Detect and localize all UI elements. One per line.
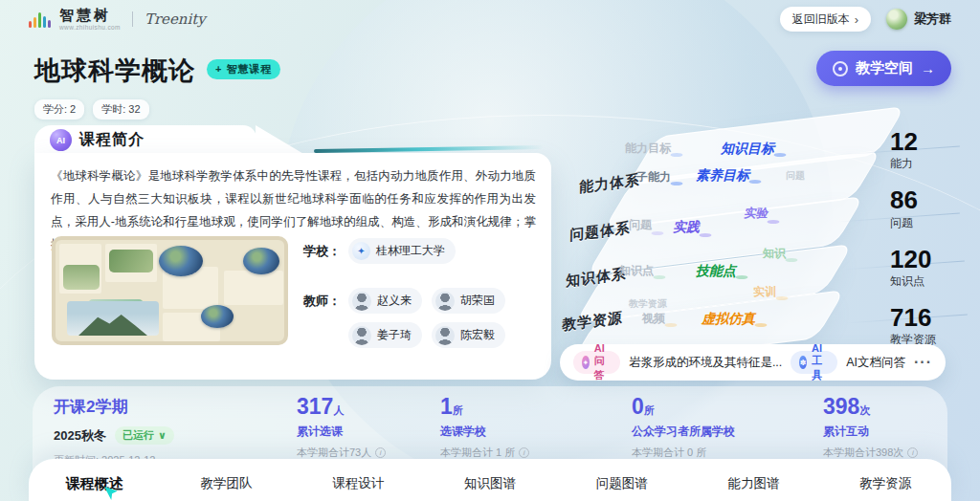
course-image [52,236,288,345]
brand-name: 智慧树 [59,8,121,22]
info-icon[interactable]: i [907,447,918,458]
node-knowledge-goal: 知识目标 [721,141,780,158]
school-chip[interactable]: ✦ 桂林理工大学 [348,238,456,264]
teaching-space-label: 教学空间 [856,59,913,77]
tab-problem-graph[interactable]: 问题图谱 [556,473,688,492]
tab-teaching-team[interactable]: 教学团队 [161,473,293,492]
info-icon[interactable]: i [519,447,529,458]
ai-qa-icon: ✦ [582,356,590,369]
school-logo-icon: ✦ [352,242,370,260]
teacher-name: 胡荣国 [460,293,495,309]
hours-pill: 学时: 32 [93,99,148,120]
mountain-photo [67,301,159,336]
counter-knowledge: 120 知识点 [890,247,936,290]
teaching-space-button[interactable]: 教学空间 → [816,51,951,86]
stat-schools: 1所 选课学校 本学期合计 1 所i [440,395,529,460]
ai-question-link[interactable]: 岩浆形成的环境及其特征是... [629,355,782,371]
user-avatar [886,9,907,30]
node-experiment: 实验 [744,206,773,222]
smart-course-badge: + 智慧课程 [207,59,280,79]
bottom-nav: 课程概述 教学团队 课程设计 知识图谱 问题图谱 能力图谱 教学资源 [29,459,951,501]
node-knowledge-faded: 知识 [763,246,791,262]
arrow-right-icon: → [921,60,935,76]
ai-qa-button[interactable]: ✦ AI问答 [573,351,620,374]
course-title: 地球科学概论 [34,54,195,88]
credit-pill: 学分: 2 [34,99,84,120]
teacher-name: 姜子琦 [377,327,412,343]
teacher-label: 教师： [303,293,341,348]
semester-title: 开课2学期 [54,396,174,418]
tab-teaching-resources[interactable]: 教学资源 [819,473,951,492]
teacher-block: 教师： 赵义来 胡荣国 姜子琦 陈宏毅 [303,288,505,348]
brand-url: www.zhihuishu.com [59,24,121,31]
tab-course-overview[interactable]: 课程概述 [29,473,161,493]
top-header: 智慧树 www.zhihuishu.com Treenity 返回旧版本 › 梁… [0,0,980,38]
intro-header: AI 课程简介 [50,129,145,151]
user-name: 梁芳群 [914,11,951,28]
node-practice: 实践 [673,219,705,236]
teacher-avatar [352,292,371,311]
ai-tool-button[interactable]: ✽ AI工具 [791,351,837,374]
school-name: 桂林理工大学 [376,243,445,259]
course-meta: 学分: 2 学时: 32 [34,99,149,120]
user-menu[interactable]: 梁芳群 [886,9,951,30]
more-options-icon[interactable]: ··· [914,354,932,371]
back-label: 返回旧版本 [792,11,850,28]
cobrand-name: Treenity [145,11,206,28]
ai-doc-qa-link[interactable]: AI文档问答 [846,355,905,371]
running-status-badge[interactable]: 已运行 ∨ [115,426,174,445]
tab-ability-graph[interactable]: 能力图谱 [688,473,820,492]
node-training-faded: 实训 [753,284,782,300]
stat-public-schools: 0所 公众学习者所属学校 本学期合计 0 所 [632,395,735,460]
course-intro-card: AI 课程简介 《地球科学概论》是地球科学教学体系中的先导性课程，包括内动力地质… [34,125,551,380]
teacher-chip[interactable]: 姜子琦 [348,322,422,348]
teacher-name: 赵义来 [377,293,412,309]
knowledge-graph-preview: 能力目标 知识目标 能力体系 子能力 素养目标 问题 问题体系 问题 实践 [550,120,980,349]
node-sub-ability: 子能力 [636,169,677,185]
brand-divider [132,11,133,27]
graph-counters: 12 能力 86 问题 120 知识点 716 教学资源 [890,129,936,363]
chevron-down-icon: ∨ [158,429,167,442]
node-video: 视频 [642,311,671,327]
node-resource-echo: 教学资源 [629,297,667,311]
intro-tab-slope [256,125,305,155]
node-question: 问题 [629,217,657,233]
node-virtual-sim: 虚拟仿真 [702,311,761,328]
node-ability-goal: 能力目标 [625,141,677,157]
teacher-name: 陈宏毅 [460,327,495,343]
tab-knowledge-graph[interactable]: 知识图谱 [424,473,556,492]
stat-enrolled: 317人 累计选课 本学期合计73人i [297,395,386,460]
counter-resource: 716 教学资源 [890,305,936,348]
teacher-list: 赵义来 胡荣国 姜子琦 陈宏毅 [348,288,505,348]
teacher-chip[interactable]: 胡荣国 [432,288,505,314]
ai-assistant-bar: ✦ AI问答 岩浆形成的环境及其特征是... ✽ AI工具 AI文档问答 ··· [560,344,946,381]
teacher-avatar [352,326,371,345]
header-right: 返回旧版本 › 梁芳群 [780,7,951,32]
counter-question: 86 问题 [890,187,936,230]
tab-course-design[interactable]: 课程设计 [292,473,424,492]
teacher-chip[interactable]: 陈宏毅 [432,322,505,348]
school-row: 学校： ✦ 桂林理工大学 [303,238,456,264]
semester-term: 2025秋冬 [54,427,106,445]
semester-block: 开课2学期 2025秋冬 已运行 ∨ 更新时间: 2025-12-12 [54,396,174,468]
stat-interactions: 398次 累计互动 本学期合计398次i [823,395,918,460]
brand-logo[interactable]: 智慧树 www.zhihuishu.com Treenity [29,8,206,31]
teacher-chip[interactable]: 赵义来 [348,288,422,314]
node-question-faded: 问题 [786,169,805,183]
brand-bars-icon [29,11,51,28]
teacher-avatar [435,326,455,345]
course-overview-page: 智慧树 www.zhihuishu.com Treenity 返回旧版本 › 梁… [0,0,980,501]
chevron-right-icon: › [855,12,858,27]
node-skill-point: 技能点 [696,263,742,280]
intro-heading: 课程简介 [79,130,145,150]
teacher-avatar [435,292,455,311]
ai-icon: AI [50,129,72,151]
info-icon[interactable]: i [375,447,386,458]
school-label: 学校： [303,243,341,260]
counter-ability: 12 能力 [890,129,936,172]
node-literacy-goal: 素养目标 [696,167,755,185]
globe-icon [833,61,848,76]
node-knowledge-point: 知识点 [619,263,659,279]
back-to-old-version-button[interactable]: 返回旧版本 › [780,7,871,32]
teal-decoration-line [314,145,544,153]
